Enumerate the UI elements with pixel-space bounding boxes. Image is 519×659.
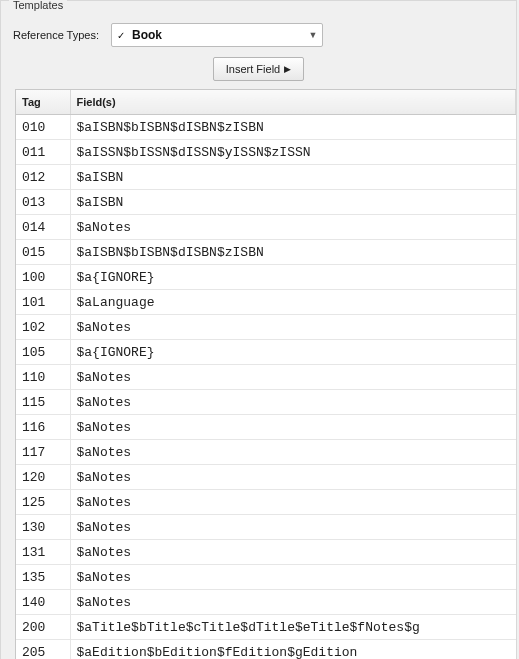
table-row[interactable]: 135$aNotes <box>16 565 516 590</box>
cell-tag[interactable]: 110 <box>16 365 70 390</box>
col-header-tag[interactable]: Tag <box>16 90 70 115</box>
cell-tag[interactable]: 014 <box>16 215 70 240</box>
cell-tag[interactable]: 130 <box>16 515 70 540</box>
cell-fields[interactable]: $aNotes <box>70 565 516 590</box>
reference-type-value: Book <box>130 28 304 42</box>
cell-fields[interactable]: $aNotes <box>70 540 516 565</box>
table-row[interactable]: 013$aISBN <box>16 190 516 215</box>
table-row[interactable]: 100$a{IGNORE} <box>16 265 516 290</box>
cell-fields[interactable]: $aNotes <box>70 490 516 515</box>
triangle-right-icon: ▶ <box>284 64 291 74</box>
cell-tag[interactable]: 102 <box>16 315 70 340</box>
table-row[interactable]: 102$aNotes <box>16 315 516 340</box>
cell-tag[interactable]: 205 <box>16 640 70 660</box>
cell-fields[interactable]: $aNotes <box>70 465 516 490</box>
cell-tag[interactable]: 100 <box>16 265 70 290</box>
fields-table: Tag Field(s) 010$aISBN$bISBN$dISBN$zISBN… <box>16 90 516 659</box>
cell-fields[interactable]: $aLanguage <box>70 290 516 315</box>
cell-tag[interactable]: 135 <box>16 565 70 590</box>
cell-tag[interactable]: 011 <box>16 140 70 165</box>
cell-tag[interactable]: 013 <box>16 190 70 215</box>
table-row[interactable]: 014$aNotes <box>16 215 516 240</box>
reference-type-select[interactable]: ✓ Book ▼ <box>111 23 323 47</box>
table-row[interactable]: 105$a{IGNORE} <box>16 340 516 365</box>
fields-table-wrap: Tag Field(s) 010$aISBN$bISBN$dISBN$zISBN… <box>15 89 516 659</box>
table-row[interactable]: 140$aNotes <box>16 590 516 615</box>
cell-tag[interactable]: 116 <box>16 415 70 440</box>
cell-fields[interactable]: $aISBN$bISBN$dISBN$zISBN <box>70 240 516 265</box>
reference-type-row: Reference Types: ✓ Book ▼ <box>1 15 516 57</box>
cell-fields[interactable]: $aNotes <box>70 415 516 440</box>
table-row[interactable]: 011$aISSN$bISSN$dISSN$yISSN$zISSN <box>16 140 516 165</box>
cell-fields[interactable]: $aISBN$bISBN$dISBN$zISBN <box>70 115 516 140</box>
cell-tag[interactable]: 115 <box>16 390 70 415</box>
insert-field-row: Insert Field ▶ <box>1 57 516 89</box>
cell-fields[interactable]: $aNotes <box>70 440 516 465</box>
cell-fields[interactable]: $aNotes <box>70 315 516 340</box>
insert-field-button[interactable]: Insert Field ▶ <box>213 57 304 81</box>
cell-tag[interactable]: 105 <box>16 340 70 365</box>
cell-tag[interactable]: 200 <box>16 615 70 640</box>
cell-fields[interactable]: $aNotes <box>70 215 516 240</box>
cell-fields[interactable]: $aNotes <box>70 365 516 390</box>
table-row[interactable]: 131$aNotes <box>16 540 516 565</box>
cell-tag[interactable]: 101 <box>16 290 70 315</box>
table-row[interactable]: 116$aNotes <box>16 415 516 440</box>
cell-tag[interactable]: 015 <box>16 240 70 265</box>
cell-tag[interactable]: 117 <box>16 440 70 465</box>
cell-tag[interactable]: 140 <box>16 590 70 615</box>
table-row[interactable]: 117$aNotes <box>16 440 516 465</box>
cell-fields[interactable]: $aEdition$bEdition$fEdition$gEdition <box>70 640 516 660</box>
table-row[interactable]: 115$aNotes <box>16 390 516 415</box>
table-body: 010$aISBN$bISBN$dISBN$zISBN011$aISSN$bIS… <box>16 115 516 660</box>
table-row[interactable]: 010$aISBN$bISBN$dISBN$zISBN <box>16 115 516 140</box>
templates-panel: Templates Reference Types: ✓ Book ▼ Inse… <box>0 0 517 659</box>
cell-fields[interactable]: $aNotes <box>70 390 516 415</box>
table-row[interactable]: 015$aISBN$bISBN$dISBN$zISBN <box>16 240 516 265</box>
col-header-fields[interactable]: Field(s) <box>70 90 516 115</box>
cell-fields[interactable]: $aTitle$bTitle$cTitle$dTitle$eTitle$fNot… <box>70 615 516 640</box>
cell-tag[interactable]: 131 <box>16 540 70 565</box>
insert-field-label: Insert Field <box>226 63 280 75</box>
check-icon: ✓ <box>112 30 130 41</box>
table-header-row: Tag Field(s) <box>16 90 516 115</box>
reference-types-label: Reference Types: <box>13 29 99 41</box>
cell-fields[interactable]: $aISBN <box>70 190 516 215</box>
table-row[interactable]: 012$aISBN <box>16 165 516 190</box>
cell-fields[interactable]: $aNotes <box>70 515 516 540</box>
cell-fields[interactable]: $aISSN$bISSN$dISSN$yISSN$zISSN <box>70 140 516 165</box>
cell-tag[interactable]: 120 <box>16 465 70 490</box>
cell-tag[interactable]: 010 <box>16 115 70 140</box>
table-row[interactable]: 130$aNotes <box>16 515 516 540</box>
panel-title: Templates <box>9 0 67 11</box>
cell-fields[interactable]: $aISBN <box>70 165 516 190</box>
cell-fields[interactable]: $a{IGNORE} <box>70 265 516 290</box>
table-row[interactable]: 200$aTitle$bTitle$cTitle$dTitle$eTitle$f… <box>16 615 516 640</box>
table-row[interactable]: 101$aLanguage <box>16 290 516 315</box>
chevron-down-icon: ▼ <box>304 30 322 40</box>
table-row[interactable]: 110$aNotes <box>16 365 516 390</box>
cell-fields[interactable]: $a{IGNORE} <box>70 340 516 365</box>
table-row[interactable]: 205$aEdition$bEdition$fEdition$gEdition <box>16 640 516 660</box>
table-row[interactable]: 120$aNotes <box>16 465 516 490</box>
cell-tag[interactable]: 012 <box>16 165 70 190</box>
table-row[interactable]: 125$aNotes <box>16 490 516 515</box>
cell-tag[interactable]: 125 <box>16 490 70 515</box>
cell-fields[interactable]: $aNotes <box>70 590 516 615</box>
